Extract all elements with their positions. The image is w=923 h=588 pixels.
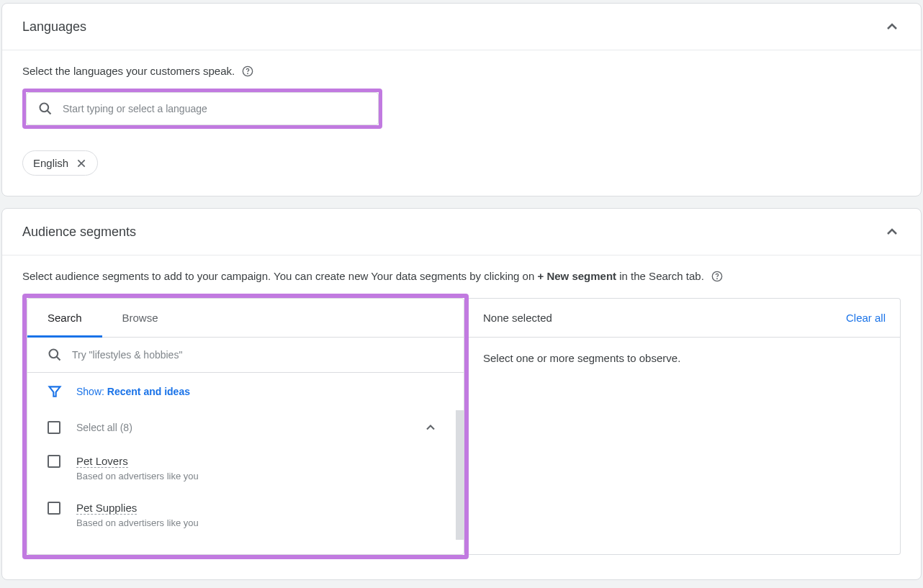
select-all-label: Select all (8) — [76, 422, 408, 433]
right-body: Select one or more segments to observe. — [469, 338, 900, 379]
segment-item[interactable]: Pet Supplies Based on advertisers like y… — [27, 492, 464, 538]
segment-name: Pet Supplies — [76, 502, 137, 515]
select-all-row[interactable]: Select all (8) — [27, 410, 464, 445]
languages-subtitle-row: Select the languages your customers spea… — [22, 65, 901, 77]
audience-body: Select audience segments to add to your … — [2, 255, 921, 579]
language-chips: English — [22, 150, 901, 176]
segments-left-highlight: Search Browse — [22, 294, 469, 559]
languages-body: Select the languages your customers spea… — [2, 50, 921, 196]
audience-subtitle: Select audience segments to add to your … — [22, 270, 704, 282]
segment-content: Pet Supplies Based on advertisers like y… — [76, 502, 199, 528]
filter-row[interactable]: Show: Recent and ideas — [27, 373, 464, 410]
audience-title: Audience segments — [22, 225, 136, 240]
segment-item[interactable]: Pet Lovers Based on advertisers like you — [27, 445, 464, 492]
language-search-box[interactable] — [26, 92, 379, 125]
svg-line-3 — [48, 111, 51, 114]
chevron-up-icon[interactable] — [423, 420, 438, 435]
languages-subtitle: Select the languages your customers spea… — [22, 65, 235, 77]
language-search-input[interactable] — [63, 103, 366, 114]
segments-container: Search Browse — [22, 294, 901, 559]
search-icon — [48, 348, 62, 362]
audience-subtitle-row: Select audience segments to add to your … — [22, 270, 901, 282]
chevron-up-icon[interactable] — [883, 223, 901, 240]
right-header: None selected Clear all — [469, 299, 900, 338]
segment-desc: Based on advertisers like you — [76, 517, 199, 528]
search-icon — [38, 101, 53, 116]
segment-list: Select all (8) Pet Lovers Based on adver… — [27, 410, 464, 554]
tab-search[interactable]: Search — [27, 299, 102, 337]
language-search-highlight — [22, 89, 382, 129]
help-icon[interactable] — [711, 271, 723, 282]
segment-desc: Based on advertisers like you — [76, 471, 199, 481]
svg-point-2 — [40, 104, 49, 112]
segment-content: Pet Lovers Based on advertisers like you — [76, 455, 199, 481]
filter-text: Show: Recent and ideas — [76, 386, 190, 397]
svg-point-8 — [50, 350, 58, 358]
select-all-checkbox[interactable] — [48, 421, 60, 434]
segment-checkbox[interactable] — [48, 502, 60, 515]
segment-search-input[interactable] — [72, 349, 444, 361]
svg-point-7 — [717, 279, 718, 279]
filter-icon — [48, 384, 62, 399]
svg-marker-10 — [50, 386, 60, 396]
new-segment-bold: + New segment — [537, 270, 616, 282]
audience-header: Audience segments — [2, 209, 921, 255]
languages-panel: Languages Select the languages your cust… — [1, 3, 922, 196]
svg-line-9 — [57, 357, 60, 361]
segments-left-pane: Search Browse — [27, 298, 464, 555]
audience-panel: Audience segments Select audience segmen… — [1, 208, 922, 580]
segment-name: Pet Lovers — [76, 455, 128, 468]
chevron-up-icon[interactable] — [883, 18, 901, 35]
languages-title: Languages — [22, 19, 86, 35]
svg-point-1 — [248, 73, 248, 74]
help-icon[interactable] — [242, 65, 253, 77]
tab-browse[interactable]: Browse — [102, 299, 179, 337]
segment-search-row[interactable] — [27, 338, 464, 373]
scrollbar-thumb[interactable] — [456, 410, 464, 540]
chip-label: English — [33, 157, 68, 169]
segment-checkbox[interactable] — [48, 455, 60, 468]
scrollbar[interactable] — [456, 410, 464, 540]
close-icon[interactable] — [76, 158, 87, 169]
segments-right-pane: None selected Clear all Select one or mo… — [469, 298, 901, 555]
languages-header: Languages — [2, 4, 921, 50]
right-title: None selected — [483, 312, 552, 324]
clear-all-button[interactable]: Clear all — [846, 312, 886, 324]
language-chip-english[interactable]: English — [22, 150, 98, 176]
segment-tabs: Search Browse — [27, 299, 464, 338]
